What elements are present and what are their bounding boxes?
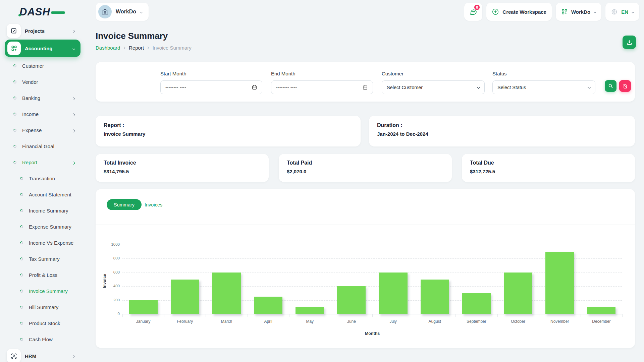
x-tick-label-august: August bbox=[414, 319, 455, 324]
x-tick-label-march: March bbox=[206, 319, 247, 324]
language-selector[interactable]: EN bbox=[605, 3, 639, 21]
sidebar-item-projects[interactable]: Projects bbox=[0, 23, 87, 39]
chevron-right-icon bbox=[72, 129, 75, 132]
sidebar-item-invoice-summary[interactable]: Invoice Summary bbox=[0, 283, 87, 299]
sidebar-item-income-vs-expense[interactable]: Income Vs Expense bbox=[0, 235, 87, 251]
sidebar-item-bill-summary[interactable]: Bill Summary bbox=[0, 299, 87, 315]
language-code: EN bbox=[621, 9, 628, 15]
sidebar-item-report[interactable]: Report bbox=[0, 154, 87, 170]
user-scan-icon bbox=[7, 349, 21, 362]
status-dot-icon bbox=[20, 225, 23, 228]
sidebar-item-hrm[interactable]: HRM bbox=[0, 348, 87, 362]
customer-label: Customer bbox=[382, 71, 404, 76]
breadcrumb-separator: › bbox=[123, 44, 125, 51]
workdo-menu-button[interactable]: WorkDo bbox=[556, 3, 601, 21]
report-value: Invoice Summary bbox=[104, 131, 145, 137]
sidebar-item-label: Projects bbox=[25, 28, 45, 34]
sidebar-item-product-stock[interactable]: Product Stock bbox=[0, 315, 87, 331]
x-tick-label-september: September bbox=[455, 319, 497, 324]
sidebar-item-expense-summary[interactable]: Expense Summary bbox=[0, 219, 87, 235]
total-invoice-label: Total Invoice bbox=[104, 160, 136, 166]
sidebar-item-label: Report bbox=[22, 160, 37, 165]
total-invoice-card: Total Invoice $314,795.5 bbox=[96, 154, 269, 182]
apply-filter-button[interactable] bbox=[605, 80, 616, 92]
status-dot-icon bbox=[13, 161, 16, 164]
end-month-value: -------- ---- bbox=[276, 85, 297, 90]
globe-icon bbox=[611, 8, 618, 15]
sidebar-item-label: HRM bbox=[25, 353, 36, 359]
start-month-input[interactable]: -------- ---- bbox=[160, 80, 262, 94]
sidebar-item-label: Account Statement bbox=[29, 192, 71, 197]
chevron-right-icon bbox=[72, 97, 75, 100]
status-dot-icon bbox=[20, 338, 23, 341]
breadcrumb-report[interactable]: Report bbox=[129, 45, 144, 51]
notification-badge: 0 bbox=[474, 4, 480, 11]
chevron-down-icon bbox=[631, 10, 635, 13]
calendar-icon bbox=[252, 84, 257, 90]
end-month-input[interactable]: -------- ---- bbox=[271, 80, 373, 94]
sidebar-item-expense[interactable]: Expense bbox=[0, 122, 87, 138]
sidebar-item-label: Profit & Loss bbox=[29, 272, 57, 278]
sidebar-item-banking[interactable]: Banking bbox=[0, 90, 87, 106]
reset-filter-button[interactable] bbox=[619, 80, 631, 92]
sidebar-item-label: Income bbox=[22, 111, 39, 117]
download-icon bbox=[626, 39, 633, 46]
bar-april bbox=[254, 297, 282, 314]
x-tick-label-june: June bbox=[331, 319, 372, 324]
sidebar-item-label: Vendor bbox=[22, 79, 38, 85]
sidebar-item-label: Transaction bbox=[29, 176, 55, 181]
status-dot-icon bbox=[20, 306, 23, 309]
checkbox-icon bbox=[7, 24, 21, 38]
sidebar-item-transaction[interactable]: Transaction bbox=[0, 170, 87, 186]
workspace-avatar bbox=[98, 5, 112, 18]
search-icon bbox=[608, 83, 613, 89]
sidebar-item-label: Financial Goal bbox=[22, 143, 54, 149]
breadcrumb: Dashboard › Report › Invoice Summary bbox=[96, 44, 192, 51]
breadcrumb-dashboard[interactable]: Dashboard bbox=[96, 45, 120, 51]
chevron-down-icon bbox=[477, 86, 480, 89]
sidebar-item-income-summary[interactable]: Income Summary bbox=[0, 202, 87, 219]
end-month-label: End Month bbox=[271, 71, 296, 76]
sidebar-item-income[interactable]: Income bbox=[0, 106, 87, 122]
calendar-icon bbox=[362, 84, 368, 90]
x-tick-label-february: February bbox=[164, 319, 206, 324]
sidebar-item-customer[interactable]: Customer bbox=[0, 58, 87, 74]
sidebar-item-vendor[interactable]: Vendor bbox=[0, 74, 87, 90]
start-month-label: Start Month bbox=[160, 71, 186, 76]
status-dot-icon bbox=[13, 129, 16, 132]
bar-august bbox=[421, 280, 449, 314]
total-invoice-value: $314,795.5 bbox=[104, 169, 129, 174]
bar-december bbox=[587, 307, 615, 314]
sidebar-item-account-statement[interactable]: Account Statement bbox=[0, 186, 87, 202]
bar-june bbox=[337, 286, 366, 314]
status-dot-icon bbox=[13, 145, 16, 148]
status-dot-icon bbox=[20, 274, 23, 277]
bar-september bbox=[462, 293, 491, 314]
create-workspace-button[interactable]: Create Workspace bbox=[486, 3, 552, 21]
chevron-right-icon bbox=[72, 113, 75, 116]
bar-october bbox=[504, 273, 532, 314]
total-due-label: Total Due bbox=[470, 160, 494, 166]
sidebar-item-cash-flow[interactable]: Cash Flow bbox=[0, 331, 87, 347]
sidebar-item-accounting[interactable]: Accounting bbox=[5, 40, 80, 57]
status-select[interactable]: Select Status bbox=[492, 80, 595, 94]
filter-panel: Start Month -------- ---- End Month ----… bbox=[96, 62, 635, 102]
sidebar-item-profit-loss[interactable]: Profit & Loss bbox=[0, 267, 87, 283]
sidebar-item-financial-goal[interactable]: Financial Goal bbox=[0, 138, 87, 154]
sidebar-item-label: Cash Flow bbox=[29, 337, 53, 342]
status-dot-icon bbox=[13, 80, 16, 83]
bar-february bbox=[171, 280, 199, 314]
status-dot-icon bbox=[20, 193, 23, 196]
customer-select[interactable]: Select Customer bbox=[382, 80, 485, 94]
notifications-button[interactable]: 0 bbox=[464, 3, 482, 21]
sidebar-item-tax-summary[interactable]: Tax Summary bbox=[0, 251, 87, 267]
breadcrumb-separator: › bbox=[147, 44, 149, 51]
invoice-bar-chart: Invoice Months 02004006008001000JanuaryF… bbox=[96, 189, 635, 348]
workspace-selector[interactable]: WorkDo bbox=[96, 3, 149, 21]
page-title: Invoice Summary bbox=[96, 31, 168, 41]
total-due-value: $312,725.5 bbox=[470, 169, 495, 174]
chevron-down-icon bbox=[140, 10, 143, 13]
chevron-right-icon bbox=[72, 30, 75, 33]
total-paid-value: $2,070.0 bbox=[287, 169, 306, 174]
download-button[interactable] bbox=[623, 36, 636, 49]
